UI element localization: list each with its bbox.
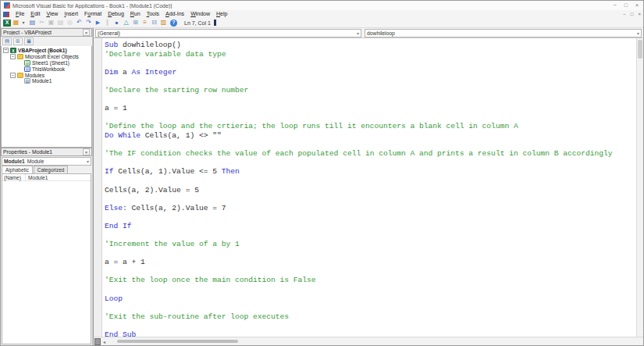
view-object-icon[interactable]: ⊞ bbox=[13, 37, 23, 45]
toggle-folders-icon[interactable]: ▣ bbox=[24, 37, 34, 45]
code-margin-indicator-bar bbox=[94, 38, 102, 337]
reset-icon[interactable]: ■ bbox=[112, 19, 121, 27]
tree-item-label: Module1 bbox=[32, 78, 52, 84]
code-line bbox=[105, 321, 636, 330]
code-editor[interactable]: Sub dowhileloop()'Declare variable data … bbox=[102, 38, 636, 337]
menu-edit[interactable]: Edit bbox=[27, 10, 43, 18]
run-icon[interactable]: ▶ bbox=[94, 19, 102, 27]
code-line: 'Define the loop and the crtieria; the l… bbox=[105, 122, 636, 131]
code-line: a = a + 1 bbox=[105, 258, 636, 267]
design-mode-icon[interactable]: △ bbox=[122, 19, 130, 27]
toolbar-icons: X▦▾▤✂▣▤◎↶↷▶∥■△⊞≡⊟▥? bbox=[3, 19, 178, 27]
procedure-dropdown[interactable]: dowhileloop ▾ bbox=[365, 29, 642, 37]
code-line: Cells(a, 2).Value = 5 bbox=[105, 186, 636, 195]
tree-expander-icon[interactable]: − bbox=[3, 48, 9, 53]
tree-expander-icon[interactable]: − bbox=[10, 54, 16, 59]
toolbox-icon[interactable]: ▥ bbox=[159, 19, 168, 27]
chevron-down-icon: ▾ bbox=[357, 30, 359, 36]
minimize-icon[interactable]: − bbox=[614, 2, 617, 9]
tree-item-label: VBAProject (Book1) bbox=[18, 48, 67, 53]
tree-item-thisworkbook[interactable]: ▤ThisWorkbook bbox=[3, 66, 91, 72]
code-line bbox=[105, 77, 636, 86]
tree-item-sheet1sheet1[interactable]: ▤Sheet1 (Sheet1) bbox=[3, 60, 91, 66]
tree-item-module1[interactable]: ▤Module1 bbox=[3, 78, 91, 84]
save-icon[interactable]: ▤ bbox=[28, 19, 37, 27]
code-line bbox=[105, 267, 636, 276]
tab-categorized[interactable]: Categorized bbox=[34, 166, 68, 173]
menu-tools[interactable]: Tools bbox=[144, 10, 162, 18]
properties-panel-close-icon[interactable]: × bbox=[83, 148, 90, 155]
project-tree: −XVBAProject (Book1)−Microsoft Excel Obj… bbox=[1, 46, 92, 148]
tree-item-vbaprojectbook1[interactable]: −XVBAProject (Book1) bbox=[3, 48, 91, 54]
menu-help[interactable]: Help bbox=[213, 10, 230, 18]
tree-item-modules[interactable]: −Modules bbox=[3, 72, 91, 78]
view-microsoft-excel-icon[interactable]: X bbox=[3, 20, 11, 27]
properties-panel: Properties - Module1 × Module1 Module ▾ … bbox=[1, 148, 92, 345]
insert-userform-icon[interactable]: ▦ bbox=[12, 19, 20, 27]
folder-icon bbox=[17, 54, 23, 59]
tree-item-label: ThisWorkbook bbox=[32, 66, 65, 72]
properties-panel-title: Properties - Module1 bbox=[3, 149, 83, 155]
code-line: End Sub bbox=[105, 330, 636, 337]
maximize-icon[interactable]: □ bbox=[624, 2, 628, 9]
code-line: Else: Cells(a, 2).Value = 7 bbox=[105, 204, 636, 213]
scroll-left-icon[interactable]: ◂ bbox=[101, 338, 108, 345]
undo-icon[interactable]: ↶ bbox=[75, 19, 84, 27]
code-line: Sub dowhileloop() bbox=[105, 41, 636, 50]
code-line: Do While Cells(a, 1) <> "" bbox=[105, 131, 636, 141]
project-explorer-icon[interactable]: ⊞ bbox=[131, 19, 140, 27]
horizontal-scrollbar-thumb[interactable] bbox=[117, 340, 238, 343]
code-line: 'Increment the value of a by 1 bbox=[105, 240, 636, 249]
child-minimize-icon[interactable]: − bbox=[623, 12, 626, 16]
vertical-scrollbar-thumb[interactable] bbox=[638, 40, 642, 59]
code-line bbox=[105, 159, 636, 168]
selected-object-name: Module1 bbox=[4, 159, 25, 164]
vertical-scrollbar[interactable] bbox=[636, 38, 643, 337]
project-explorer-panel: Project - VBAProject × ▤⊞▣ −XVBAProject … bbox=[1, 28, 92, 148]
menu-addins[interactable]: Add-Ins bbox=[162, 10, 187, 18]
tree-expander-icon[interactable]: − bbox=[10, 73, 16, 78]
workbook-icon: ▤ bbox=[24, 66, 30, 72]
menu-debug[interactable]: Debug bbox=[105, 10, 127, 18]
object-browser-icon[interactable]: ⊟ bbox=[150, 19, 158, 27]
horizontal-scrollbar[interactable]: ◂ bbox=[94, 337, 643, 345]
view-code-icon[interactable]: ▤ bbox=[2, 37, 12, 45]
menu-bar: FileEditViewInsertFormatDebugRunToolsAdd… bbox=[1, 10, 643, 18]
menu-file[interactable]: File bbox=[12, 10, 27, 18]
module-icon: ▤ bbox=[24, 78, 30, 84]
menu-view[interactable]: View bbox=[43, 10, 61, 18]
close-icon[interactable]: × bbox=[635, 2, 639, 9]
tree-item-label: Modules bbox=[25, 73, 44, 78]
menu-format[interactable]: Format bbox=[81, 10, 105, 18]
properties-object-selector[interactable]: Module1 Module ▾ bbox=[2, 157, 91, 166]
code-line bbox=[105, 95, 636, 105]
code-line: 'Exit the sub-routine after loop execute… bbox=[105, 312, 636, 322]
property-row[interactable]: (Name)Module1 bbox=[2, 174, 91, 181]
property-value: Module1 bbox=[26, 175, 48, 180]
property-name: (Name) bbox=[2, 174, 26, 180]
project-panel-close-icon[interactable]: × bbox=[83, 29, 90, 36]
project-panel-header: Project - VBAProject × bbox=[1, 28, 92, 37]
object-dropdown[interactable]: (General) ▾ bbox=[95, 29, 361, 37]
vba-editor-window: Microsoft Visual Basic for Applications … bbox=[0, 0, 644, 346]
child-restore-icon[interactable]: □ bbox=[631, 12, 634, 16]
child-close-icon[interactable]: × bbox=[638, 12, 641, 16]
code-line: 'Declare the starting row number bbox=[105, 86, 636, 95]
split-handle[interactable] bbox=[94, 338, 101, 345]
selected-object-type: Module bbox=[27, 159, 44, 164]
tree-item-microsoftexcelobjects[interactable]: −Microsoft Excel Objects bbox=[3, 54, 91, 60]
code-header: (General) ▾ dowhileloop ▾ bbox=[94, 28, 643, 38]
redo-icon[interactable]: ↷ bbox=[84, 19, 93, 27]
menu-insert[interactable]: Insert bbox=[61, 10, 81, 18]
properties-window-icon[interactable]: ≡ bbox=[141, 19, 149, 27]
window-title: Microsoft Visual Basic for Applications … bbox=[12, 3, 614, 9]
tab-alphabetic[interactable]: Alphabetic bbox=[2, 166, 33, 173]
code-line bbox=[105, 113, 636, 123]
menu-run[interactable]: Run bbox=[127, 10, 144, 18]
help-icon[interactable]: ? bbox=[170, 20, 177, 27]
menu-window[interactable]: Window bbox=[187, 10, 213, 18]
cursor-position-label: Ln 7, Col 1 bbox=[184, 20, 211, 26]
find-icon: ◎ bbox=[66, 19, 74, 27]
code-line: 'Exit the loop once the main condition i… bbox=[105, 276, 636, 285]
insert-dropdown-caret-icon: ▾ bbox=[21, 19, 26, 27]
